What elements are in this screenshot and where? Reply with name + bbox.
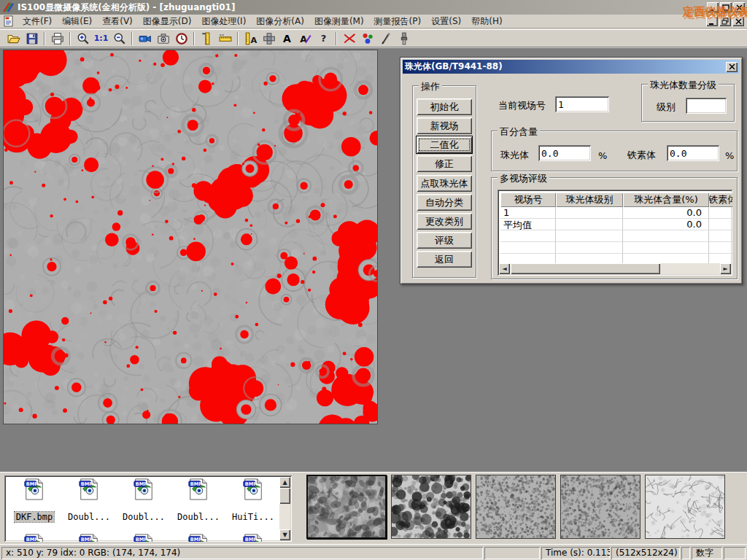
- text-label-icon[interactable]: A: [278, 31, 296, 47]
- menu-item[interactable]: 图像分析(A): [251, 15, 309, 28]
- table-row[interactable]: 10.0: [500, 207, 732, 219]
- video-camera-icon[interactable]: [136, 31, 154, 47]
- thumbnail-1[interactable]: [306, 475, 387, 539]
- new-field-button[interactable]: 新视场: [417, 117, 472, 134]
- grade-group-label: 珠光体数量分级: [648, 79, 719, 92]
- micrograph-image[interactable]: [3, 50, 378, 424]
- pearlite-percent-input[interactable]: [538, 145, 591, 161]
- rate-button[interactable]: 评级: [417, 232, 472, 249]
- caliper-text-icon[interactable]: A: [241, 31, 260, 47]
- print-icon[interactable]: [48, 31, 66, 47]
- dialog-close-button[interactable]: [726, 62, 738, 72]
- menu-item[interactable]: 帮助(H): [466, 15, 507, 28]
- phase-balls-icon[interactable]: [358, 31, 376, 47]
- menu-item[interactable]: 文件(F): [18, 15, 57, 28]
- toolbar-separator: [336, 32, 337, 45]
- menu-item[interactable]: 图像测量(M): [309, 15, 369, 28]
- child-minimize-button[interactable]: [706, 16, 718, 26]
- zoom-out-icon[interactable]: [110, 31, 128, 47]
- window-title: IS100显微摄像系统(金相分析版) - [zhuguangti01]: [18, 1, 235, 14]
- menu-item[interactable]: 查看(V): [97, 15, 138, 28]
- auto-classify-button[interactable]: 自动分类: [417, 194, 472, 211]
- file-item[interactable]: BMP: [117, 534, 170, 542]
- svg-text:BMP: BMP: [136, 537, 148, 542]
- pen-icon[interactable]: [376, 31, 395, 47]
- file-item[interactable]: BMP: [172, 534, 225, 542]
- table-row[interactable]: 平均值0.0: [500, 219, 732, 230]
- change-class-button[interactable]: 更改类别: [417, 213, 472, 230]
- file-item[interactable]: BMP: [227, 534, 279, 542]
- actual-size-icon[interactable]: 1:1: [92, 31, 110, 47]
- thumbnail-5[interactable]: [645, 475, 725, 539]
- init-button[interactable]: 初始化: [417, 98, 472, 115]
- menu-item[interactable]: 图像处理(I): [196, 15, 251, 28]
- grade-input[interactable]: [686, 98, 727, 114]
- document-icon: [3, 15, 15, 27]
- file-item[interactable]: BMP: [8, 534, 61, 542]
- binarize-button[interactable]: 二值化: [417, 136, 472, 153]
- file-list-scrollbar[interactable]: ▲ ▼: [279, 477, 290, 540]
- file-item[interactable]: BMP Doubl...: [172, 478, 225, 522]
- ruler-horizontal-icon[interactable]: [216, 31, 234, 47]
- curve-delete-icon[interactable]: [340, 31, 358, 47]
- file-item[interactable]: BMP Doubl...: [63, 478, 115, 522]
- scroll-left-icon[interactable]: ◄: [499, 263, 510, 274]
- thumbnail-2[interactable]: [391, 475, 471, 539]
- menu-item[interactable]: 图像显示(D): [138, 15, 197, 28]
- pattern-grid-icon[interactable]: [260, 31, 278, 47]
- menu-item[interactable]: 设置(S): [426, 15, 466, 28]
- multi-field-group: 多视场评级 视场号 珠光体级别 珠光体含量(%) 铁素体含量(%) 10.0 平…: [491, 177, 738, 279]
- thumbnail-4[interactable]: [560, 475, 640, 539]
- scroll-up-icon[interactable]: ▲: [279, 477, 290, 488]
- file-item[interactable]: BMP: [63, 534, 115, 542]
- percent-group: 百分含量 珠光体 % 铁素体 %: [491, 131, 738, 171]
- return-button[interactable]: 返回: [417, 251, 472, 268]
- current-field-input[interactable]: [555, 96, 609, 112]
- pearlite-unit: %: [598, 150, 607, 161]
- file-item[interactable]: BMP HuiTi...: [227, 478, 279, 522]
- mode-indicator: 数字: [692, 547, 722, 559]
- correct-button[interactable]: 修正: [417, 155, 472, 172]
- zoom-in-icon[interactable]: [74, 31, 92, 47]
- status-panel-empty: [484, 547, 540, 559]
- file-item[interactable]: BMP DKF.bmp: [8, 478, 61, 522]
- save-icon[interactable]: [23, 31, 41, 47]
- scroll-right-icon[interactable]: ►: [720, 263, 731, 274]
- maximize-button[interactable]: [720, 2, 732, 12]
- pearlite-dialog: 珠光体(GB/T9441-88) 操作 初始化 新视场 二值化 修正 点取珠光体…: [400, 57, 743, 284]
- current-field-label: 当前视场号: [498, 99, 546, 112]
- scroll-down-icon[interactable]: ▼: [279, 529, 290, 540]
- svg-text:BMP: BMP: [81, 537, 93, 542]
- clock-icon[interactable]: [172, 31, 190, 47]
- col-header[interactable]: 珠光体含量(%): [623, 192, 709, 207]
- scrollbar-thumb[interactable]: [279, 488, 290, 504]
- ferrite-percent-input[interactable]: [667, 145, 719, 161]
- dialog-title-bar[interactable]: 珠光体(GB/T9441-88): [403, 60, 740, 74]
- file-list[interactable]: BMP DKF.bmp BMP Doubl... BMP: [4, 475, 292, 542]
- application-window: IS100显微摄像系统(金相分析版) - [zhuguangti01] 定西仪器…: [0, 0, 747, 560]
- file-name: DKF.bmp: [15, 512, 55, 522]
- minimize-button[interactable]: [707, 2, 719, 12]
- caliper-vertical-icon[interactable]: [198, 31, 216, 47]
- brush-icon[interactable]: [395, 31, 413, 47]
- help-icon[interactable]: ?: [314, 31, 333, 47]
- menu-item[interactable]: 编辑(E): [57, 15, 97, 28]
- menu-item[interactable]: 测量报告(P): [369, 15, 427, 28]
- rating-table[interactable]: 视场号 珠光体级别 珠光体含量(%) 铁素体含量(%) 10.0 平均值0.0: [498, 190, 732, 276]
- close-button[interactable]: [733, 2, 745, 12]
- pearlite-label: 珠光体: [500, 149, 529, 162]
- camera-icon[interactable]: [154, 31, 172, 47]
- pick-pearlite-button[interactable]: 点取珠光体: [417, 175, 472, 192]
- child-restore-button[interactable]: [719, 16, 731, 26]
- table-horizontal-scrollbar[interactable]: ◄ ►: [499, 263, 731, 274]
- text-edit-icon[interactable]: A: [296, 31, 314, 47]
- file-item[interactable]: BMP Doubl...: [117, 478, 170, 522]
- bmp-file-icon: BMP: [187, 534, 209, 542]
- thumbnail-3[interactable]: [476, 475, 556, 539]
- child-close-button[interactable]: [732, 16, 744, 26]
- open-icon[interactable]: [4, 31, 23, 47]
- scrollbar-thumb[interactable]: [511, 263, 660, 274]
- col-header[interactable]: 珠光体级别: [556, 192, 623, 207]
- col-header[interactable]: 视场号: [500, 192, 556, 207]
- col-header[interactable]: 铁素体含量(%): [709, 192, 732, 207]
